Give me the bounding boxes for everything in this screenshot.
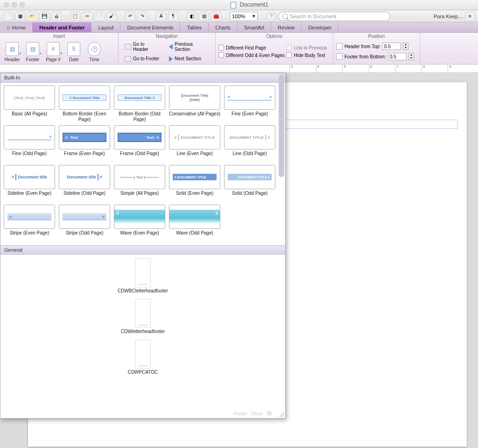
new-document-button[interactable]: 📄 bbox=[3, 12, 13, 21]
window-title: Document1 bbox=[25, 1, 474, 8]
gallery-toggle-button[interactable]: ▤ bbox=[199, 12, 209, 21]
copy-button[interactable]: 📄 bbox=[94, 12, 105, 21]
gallery-item[interactable]: Text#Frame (Odd Page) bbox=[113, 125, 166, 162]
gallery-item[interactable]: DOCUMENT TITLE#Line (Odd Page) bbox=[224, 125, 276, 162]
undo-button[interactable]: ↶ bbox=[125, 12, 135, 21]
clock-icon: 🕐 bbox=[88, 42, 101, 56]
footer-button[interactable]: ▤Footer bbox=[23, 40, 42, 64]
checkbox-icon bbox=[286, 45, 292, 50]
gallery-item[interactable]: [Document Title][Date]Conservative (All … bbox=[169, 85, 221, 122]
gallery-item[interactable]: CDWBCletterheadfooter bbox=[82, 258, 204, 293]
format-painter-button[interactable]: 🖌 bbox=[106, 12, 117, 21]
search-placeholder: Search in Document bbox=[290, 14, 337, 19]
sidebar-toggle-button[interactable]: ◧ bbox=[187, 12, 197, 21]
calendar-icon: 5 bbox=[67, 42, 80, 56]
show-formatting-button[interactable]: ¶ bbox=[168, 12, 178, 21]
clear-formatting-button[interactable]: A bbox=[156, 12, 166, 21]
checkbox-icon bbox=[218, 52, 224, 58]
tab-smartart[interactable]: SmartArt bbox=[238, 22, 271, 32]
print-button[interactable]: 🖨 bbox=[51, 12, 62, 21]
gallery-item[interactable]: [Text][Text][Text]Basic (All Pages) bbox=[3, 85, 56, 122]
tab-layout[interactable]: Layout bbox=[91, 22, 120, 32]
toolbox-button[interactable]: 🧰 bbox=[211, 12, 221, 21]
zoom-window-icon[interactable] bbox=[20, 2, 25, 7]
minimize-window-icon[interactable] bbox=[12, 2, 17, 7]
main-toolbar: 📄 ▦ 📂 💾 🖨 📋 ✂ 📄 🖌 ↶ ↷ A ¶ ◧ ▤ 🧰 100%▾ ? … bbox=[0, 10, 478, 22]
ruler-tick: 9 bbox=[448, 64, 474, 72]
hide-body-checkbox[interactable]: Hide Body Text bbox=[286, 52, 327, 58]
gallery-footer-label[interactable]: Footer bbox=[234, 411, 247, 416]
gallery-scrollbar[interactable] bbox=[279, 74, 284, 410]
header-button[interactable]: ▤Header bbox=[3, 40, 21, 64]
gallery-item[interactable]: DOCUMENT TITLE #Solid (Odd Page) bbox=[224, 165, 276, 202]
next-section-button[interactable]: Next Section bbox=[166, 55, 212, 63]
gallery-item[interactable]: # DOCUMENT TITLESolid (Even Page) bbox=[169, 165, 221, 202]
link-previous-checkbox[interactable]: Link to Previous bbox=[286, 45, 327, 50]
goto-footer-button[interactable]: Go to Footer bbox=[121, 55, 164, 63]
scroll-thumb[interactable] bbox=[279, 74, 284, 177]
gallery-item[interactable]: #Document titleSideline (Even Page) bbox=[3, 165, 56, 202]
tab-review[interactable]: Review bbox=[271, 22, 302, 32]
general-thumb bbox=[135, 299, 151, 328]
tab-home[interactable]: Home bbox=[0, 22, 33, 32]
horizontal-ruler[interactable]: 3 4 5 6 7 8 9 bbox=[0, 64, 478, 73]
goto-header-button[interactable]: Go to Header bbox=[121, 40, 164, 53]
template-button[interactable]: ▦ bbox=[15, 12, 25, 21]
group-navigation-title: Navigation bbox=[121, 34, 212, 39]
header-from-top-input[interactable]: 0.5 bbox=[382, 43, 401, 50]
gallery-footer-controls: Footer Close ✕ bbox=[234, 411, 272, 416]
tab-charts[interactable]: Charts bbox=[209, 22, 237, 32]
gallery-close-label[interactable]: Close bbox=[251, 411, 263, 416]
gallery-item[interactable]: #Wave (Even Page) bbox=[113, 205, 166, 242]
ruler-tick: 5 bbox=[342, 64, 369, 72]
gallery-item[interactable]: #Stripe (Odd Page) bbox=[58, 205, 111, 242]
previous-section-button[interactable]: Previous Section bbox=[166, 40, 212, 53]
tab-header-footer[interactable]: Header and Footer bbox=[33, 22, 91, 32]
gallery-item[interactable]: [ Text ] Simple (All Pages) bbox=[113, 165, 166, 202]
help-button[interactable]: ? bbox=[266, 12, 276, 21]
gallery-item[interactable]: #Fine (Even Page) bbox=[224, 85, 276, 122]
paragraph-style-button[interactable]: ≡ bbox=[465, 12, 475, 21]
search-input[interactable]: Search in Document bbox=[278, 12, 390, 21]
cut-button[interactable]: ✂ bbox=[82, 12, 92, 21]
save-button[interactable]: 💾 bbox=[39, 12, 49, 21]
different-odd-even-checkbox[interactable]: Different Odd & Even Pages bbox=[218, 52, 284, 58]
footer-from-bottom-stepper[interactable]: ▲▼ bbox=[408, 53, 414, 60]
header-from-top-stepper[interactable]: ▲▼ bbox=[403, 43, 408, 50]
document-icon bbox=[231, 2, 236, 8]
footer-from-bottom-input[interactable]: 0.5 bbox=[388, 53, 407, 60]
time-button[interactable]: 🕐Time bbox=[85, 40, 104, 64]
paragraph-style-label[interactable]: Para Keep… bbox=[434, 14, 463, 19]
gallery-item[interactable]: #TextFrame (Even Page) bbox=[58, 125, 111, 162]
close-window-icon[interactable] bbox=[4, 2, 9, 7]
date-button[interactable]: 5Date bbox=[64, 40, 83, 64]
close-icon[interactable]: ✕ bbox=[267, 411, 272, 416]
tab-tables[interactable]: Tables bbox=[180, 22, 209, 32]
ruler-tick: 4 bbox=[316, 64, 343, 72]
page-number-button[interactable]: #Page # bbox=[44, 40, 63, 64]
different-first-page-checkbox[interactable]: Different First Page bbox=[218, 45, 284, 50]
tab-document-elements[interactable]: Document Elements bbox=[120, 22, 180, 32]
ruler-tick: 8 bbox=[422, 64, 448, 72]
gallery-item[interactable]: #Fine (Odd Page) bbox=[3, 125, 56, 162]
redo-button[interactable]: ↷ bbox=[137, 12, 148, 21]
gallery-section-general: General bbox=[0, 245, 285, 255]
gallery-item[interactable]: # Document TitleBottom Border (Even Page… bbox=[58, 85, 111, 122]
gallery-item[interactable]: Document Title #Bottom Border (Odd Page) bbox=[113, 85, 166, 122]
paste-button[interactable]: 📋 bbox=[70, 12, 80, 21]
gallery-item[interactable]: #Stripe (Even Page) bbox=[3, 205, 56, 242]
window-controls bbox=[4, 2, 25, 7]
gallery-item[interactable]: Document title#Sideline (Odd Page) bbox=[58, 165, 111, 202]
zoom-dropdown[interactable]: 100%▾ bbox=[230, 12, 258, 21]
gallery-item[interactable]: CDWletterheadfooter bbox=[82, 299, 204, 334]
gallery-section-builtin: Built-In bbox=[0, 73, 285, 83]
footer-icon: ▤ bbox=[26, 42, 39, 56]
title-bar: Document1 bbox=[0, 0, 478, 10]
open-button[interactable]: 📂 bbox=[27, 12, 37, 21]
group-position-title: Position bbox=[336, 34, 417, 39]
resize-grip-icon[interactable] bbox=[279, 412, 284, 417]
gallery-item[interactable]: CDWPCATOC bbox=[82, 340, 204, 375]
gallery-item[interactable]: #Wave (Odd Page) bbox=[169, 205, 221, 242]
tab-developer[interactable]: Developer bbox=[302, 22, 338, 32]
gallery-item[interactable]: #DOCUMENT TITLELine (Even Page) bbox=[169, 125, 221, 162]
